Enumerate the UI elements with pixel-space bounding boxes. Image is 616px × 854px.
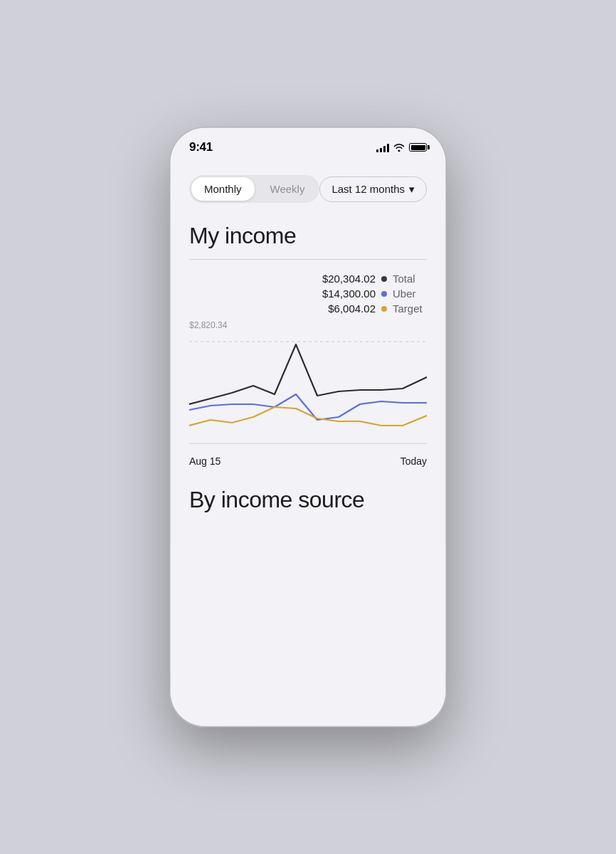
- income-section: My income $20,304.02 Total $14,300.00 Ub…: [189, 223, 427, 467]
- wifi-icon: [393, 143, 405, 152]
- period-tabs: Monthly Weekly: [189, 175, 319, 203]
- main-content: Monthly Weekly Last 12 months ▾ My incom…: [169, 158, 447, 727]
- legend-label-target: Target: [393, 302, 427, 315]
- tab-weekly[interactable]: Weekly: [257, 177, 318, 201]
- income-chart: $2,820.34: [189, 320, 427, 467]
- legend-item-target: $6,004.02 Target: [312, 302, 427, 315]
- status-time: 9:41: [189, 140, 213, 154]
- chart-legend: $20,304.02 Total $14,300.00 Uber $6,004.…: [189, 273, 427, 315]
- legend-label-total: Total: [393, 273, 427, 285]
- legend-dot-target: [381, 306, 387, 312]
- status-icons: [376, 143, 427, 152]
- tab-monthly[interactable]: Monthly: [191, 177, 255, 201]
- legend-item-uber: $14,300.00 Uber: [312, 288, 427, 300]
- by-income-title: By income source: [189, 487, 427, 513]
- y-axis-label: $2,820.34: [189, 320, 427, 330]
- divider: [189, 259, 427, 260]
- legend-amount-target: $6,004.02: [312, 302, 376, 315]
- chevron-down-icon: ▾: [409, 183, 415, 196]
- legend-amount-uber: $14,300.00: [312, 288, 376, 300]
- x-label-start: Aug 15: [189, 455, 221, 467]
- chart-svg: [189, 333, 427, 447]
- by-income-section: By income source: [189, 487, 427, 513]
- income-title: My income: [189, 223, 427, 249]
- legend-item-total: $20,304.02 Total: [312, 273, 427, 285]
- legend-dot-total: [381, 276, 387, 282]
- status-bar: 9:41: [169, 127, 447, 158]
- date-range-label: Last 12 months: [331, 183, 405, 195]
- x-label-end: Today: [400, 455, 427, 467]
- date-range-button[interactable]: Last 12 months ▾: [319, 176, 427, 202]
- chart-x-labels: Aug 15 Today: [189, 455, 427, 467]
- signal-icon: [376, 143, 389, 152]
- chart-svg-container: [189, 333, 427, 450]
- phone-frame: 9:41 Monthly Weekly: [169, 127, 447, 727]
- legend-dot-uber: [381, 291, 387, 297]
- filter-row: Monthly Weekly Last 12 months ▾: [189, 175, 427, 203]
- legend-label-uber: Uber: [393, 288, 427, 300]
- legend-amount-total: $20,304.02: [312, 273, 376, 285]
- battery-icon: [409, 143, 427, 152]
